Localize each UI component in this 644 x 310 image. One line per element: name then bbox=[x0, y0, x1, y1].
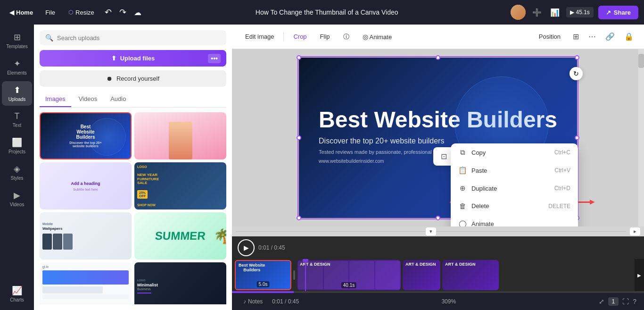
home-button[interactable]: ◀ Home bbox=[6, 7, 37, 18]
help-icon[interactable]: ? bbox=[633, 298, 636, 305]
clip-resize-handle[interactable] bbox=[293, 270, 295, 280]
share-button[interactable]: ↗ Share bbox=[598, 6, 638, 19]
resize-handle-ml[interactable] bbox=[297, 135, 301, 140]
redo-button[interactable]: ↷ bbox=[117, 5, 128, 19]
position-button[interactable]: Position bbox=[533, 30, 566, 43]
tab-audio[interactable]: Audio bbox=[105, 92, 132, 107]
sidebar-item-uploads[interactable]: ⬆ Uploads bbox=[2, 81, 32, 106]
vertical-scrollbar[interactable] bbox=[638, 49, 644, 226]
record-yourself-button[interactable]: ⏺ Record yourself bbox=[40, 70, 226, 87]
clip-3-label: ART & DESIGN bbox=[405, 262, 436, 267]
info-button[interactable]: ⓘ bbox=[338, 30, 355, 44]
copy-action-button[interactable]: ⊡ bbox=[438, 150, 450, 163]
sidebar-item-templates[interactable]: ⊞ Templates bbox=[2, 28, 32, 53]
paste-icon: 📋 bbox=[458, 166, 467, 175]
timeline-scroll-right[interactable]: ▶ bbox=[635, 259, 644, 291]
upload-thumb-3[interactable]: Add a heading Subtitle text here bbox=[40, 162, 132, 209]
sidebar-item-elements[interactable]: ✦ Elements bbox=[2, 55, 32, 79]
sidebar-item-text[interactable]: T Text bbox=[2, 108, 32, 132]
record-btn-label: Record yourself bbox=[116, 75, 159, 82]
upload-thumb-1[interactable]: BestWebsiteBuilders Discover the top 20+… bbox=[40, 112, 132, 159]
zoom-level: 309% bbox=[441, 298, 456, 305]
analytics-button[interactable]: 📊 bbox=[548, 6, 561, 19]
context-menu-copy[interactable]: ⧉ Copy Ctrl+C bbox=[451, 143, 578, 161]
left-sidebar: ⊞ Templates ✦ Elements ⬆ Uploads T Text … bbox=[0, 25, 34, 310]
sidebar-item-charts[interactable]: 📈 Charts bbox=[2, 282, 32, 306]
paste-shortcut: Ctrl+V bbox=[554, 167, 570, 174]
main-layout: ⊞ Templates ✦ Elements ⬆ Uploads T Text … bbox=[0, 25, 644, 310]
context-menu-paste[interactable]: 📋 Paste Ctrl+V bbox=[451, 161, 578, 179]
crop-button[interactable]: Crop bbox=[288, 30, 312, 43]
upload-thumb-5[interactable]: Mobile Wallpapers bbox=[40, 212, 132, 260]
expand-button[interactable]: ▾ bbox=[426, 227, 436, 235]
play-button[interactable]: ▶ bbox=[238, 239, 255, 256]
fullscreen-icon[interactable]: ⛶ bbox=[622, 298, 629, 305]
copy-shortcut: Ctrl+C bbox=[554, 149, 570, 156]
toolbar-right: Position ⊞ ⋯ 🔗 🔒 bbox=[533, 29, 636, 44]
context-menu-animate[interactable]: ◯ Animate bbox=[451, 215, 578, 226]
scroll-right-icon: ▶ bbox=[637, 273, 641, 278]
file-button[interactable]: File bbox=[41, 7, 60, 18]
upload-thumb-6[interactable]: SUMMER 🌴 bbox=[134, 212, 226, 260]
sidebar-item-projects[interactable]: ⬜ Projects bbox=[2, 134, 32, 158]
elements-icon: ✦ bbox=[14, 59, 21, 69]
uploads-grid: BestWebsiteBuilders Discover the top 20+… bbox=[40, 112, 226, 304]
edit-image-button[interactable]: Edit image bbox=[239, 30, 280, 43]
sidebar-item-styles[interactable]: ◈ Styles bbox=[2, 160, 32, 184]
resize-handle-bl[interactable] bbox=[297, 216, 301, 220]
resize-handle-tr[interactable] bbox=[575, 55, 579, 60]
home-icon: ◀ bbox=[9, 9, 14, 16]
scrollbar-thumb[interactable] bbox=[638, 54, 644, 68]
animate-button[interactable]: ◎ Animate bbox=[357, 30, 398, 43]
videos-label: Videos bbox=[10, 202, 24, 207]
cloud-save-button[interactable]: ☁ bbox=[132, 6, 143, 19]
undo-button[interactable]: ↶ bbox=[103, 5, 114, 19]
avatar[interactable] bbox=[511, 5, 526, 20]
context-menu-duplicate[interactable]: ⊕ Duplicate Ctrl+D bbox=[451, 179, 578, 197]
lock-button[interactable]: 🔒 bbox=[621, 29, 636, 44]
tab-videos[interactable]: Videos bbox=[73, 92, 103, 107]
expand-icon[interactable]: ⤢ bbox=[599, 298, 604, 305]
timeline-clip-3[interactable]: ART & DESIGN bbox=[403, 260, 440, 290]
flip-button[interactable]: Flip bbox=[314, 30, 336, 43]
resize-handle-tm[interactable] bbox=[436, 55, 440, 60]
upload-thumb-7[interactable]: gt.le bbox=[40, 262, 132, 304]
canvas-expand-bar: ▾ ▸ bbox=[232, 226, 644, 236]
timeline-clip-1[interactable]: Best WebsiteBuilders 5.0s bbox=[235, 260, 291, 290]
grid-button[interactable]: ⋯ bbox=[586, 29, 599, 44]
document-title: How To Change the Thumbnail of a Canva V… bbox=[147, 8, 507, 16]
bottom-bar: ♪ Notes 0:01 / 0:45 309% ⤢ 1 ⛶ ? bbox=[232, 293, 644, 310]
add-person-button[interactable]: ➕ bbox=[530, 6, 544, 19]
share-label: Share bbox=[614, 9, 631, 16]
canvas-refresh-button[interactable]: ↻ bbox=[570, 67, 583, 80]
animate-cm-icon: ◯ bbox=[458, 219, 467, 226]
expand-right-button[interactable]: ▸ bbox=[630, 227, 640, 235]
bottom-center: 309% bbox=[305, 298, 593, 305]
upload-thumb-2[interactable] bbox=[134, 112, 226, 159]
time-counter: 0:01 / 0:45 bbox=[272, 298, 299, 305]
time-badge: ▶ 45.1s bbox=[566, 7, 594, 17]
timeline-tracks: Best WebsiteBuilders 5.0s ART & DESIGN bbox=[232, 259, 644, 291]
timeline-clip-4[interactable]: ART & DESIGN bbox=[442, 260, 499, 290]
timeline-clip-2[interactable]: ART & DESIGN 40.1s bbox=[297, 260, 401, 290]
sidebar-item-videos[interactable]: ▶ Videos bbox=[2, 186, 32, 211]
upload-files-button[interactable]: ⬆ Upload files ••• bbox=[40, 50, 226, 67]
resize-icon: ⬡ bbox=[68, 9, 73, 16]
tab-images[interactable]: Images bbox=[40, 92, 71, 107]
resize-handle-bm[interactable] bbox=[436, 216, 440, 220]
context-menu-delete[interactable]: 🗑 Delete DELETE bbox=[451, 197, 578, 215]
search-box: 🔍 bbox=[40, 30, 226, 45]
upload-thumb-8[interactable]: LOGO Minimalist Business bbox=[134, 262, 226, 304]
more-options-button[interactable]: ••• bbox=[208, 54, 221, 63]
align-button[interactable]: ⊞ bbox=[570, 29, 582, 44]
search-input[interactable] bbox=[57, 34, 221, 42]
upload-thumb-4[interactable]: LOGO NEW YEARFURNITURESALE 25%OFF SHOP N… bbox=[134, 162, 226, 209]
resize-handle-mr[interactable] bbox=[575, 135, 579, 140]
resize-handle-tl[interactable] bbox=[297, 55, 301, 60]
link-button[interactable]: 🔗 bbox=[603, 29, 618, 44]
notes-button[interactable]: ♪ Notes bbox=[239, 296, 266, 307]
resize-button[interactable]: ⬡ Resize bbox=[64, 7, 99, 18]
context-menu: ⧉ Copy Ctrl+C 📋 Paste Ctrl+V ⊕ Duplicat bbox=[451, 143, 578, 226]
home-label: Home bbox=[16, 9, 33, 16]
copy-label: Copy bbox=[471, 149, 486, 156]
